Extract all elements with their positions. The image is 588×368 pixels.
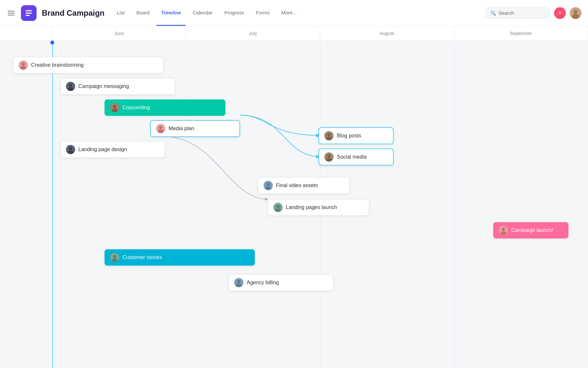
svg-point-13 [113,105,116,108]
task-label-landing-page-design: Landing page design [78,147,127,152]
month-header: June July August September [0,26,588,41]
app-icon [21,5,37,21]
month-june: June [52,26,186,40]
task-avatar-media-plan [156,124,165,133]
task-label-media-plan: Media plan [169,126,194,131]
month-july: July [186,26,320,40]
svg-point-19 [69,147,72,150]
month-september: September [454,26,588,40]
svg-point-25 [327,154,331,158]
task-blog-posts[interactable]: Blog posts [318,127,394,144]
task-landing-page-design[interactable]: Landing page design [60,141,165,158]
grid-line-1 [186,41,187,368]
app-header: Brand Campaign List Board Timeline Calen… [0,0,588,26]
add-button[interactable]: + [554,7,566,19]
task-avatar-blog-posts [324,131,334,140]
svg-point-40 [237,280,240,283]
nav-tabs: List Board Timeline Calendar Progress Fo… [112,0,301,26]
task-label-final-video: Final video assets [276,183,318,188]
svg-rect-0 [25,10,32,11]
task-avatar-customer [110,253,119,262]
sidebar-line [52,41,53,368]
task-avatar-creative [19,61,28,70]
timeline-wrapper: June July August September [0,26,588,368]
task-label-agency-billing: Agency billing [247,280,279,286]
grid-line-3 [454,41,454,368]
task-copywriting[interactable]: Copywriting [105,99,225,116]
task-agency-billing[interactable]: Agency billing [229,274,333,291]
task-avatar-copywriting [110,103,119,112]
search-label: Search [498,10,514,16]
tab-progress[interactable]: Progress [220,0,249,26]
svg-point-5 [572,14,579,19]
svg-point-10 [69,84,72,87]
header-right: 🔍 Search + [485,7,581,19]
task-label-social-media: Social media [337,154,367,160]
svg-rect-1 [25,12,32,13]
month-august: August [320,26,454,40]
task-avatar-social-media [324,152,334,162]
svg-point-22 [327,133,331,136]
task-avatar-agency [234,278,243,287]
task-campaign-launch[interactable]: Campaign launch! [493,222,568,238]
task-label-customer-stories: Customer stories [122,254,162,260]
svg-point-31 [276,205,280,208]
search-icon: 🔍 [490,10,496,16]
task-creative-brainstorming[interactable]: Creative brainstorming [13,57,163,73]
svg-point-4 [574,10,578,14]
task-social-media[interactable]: Social media [318,149,394,166]
task-media-plan[interactable]: Media plan [150,120,240,137]
task-final-video-assets[interactable]: Final video assets [258,177,350,194]
task-avatar-video [264,181,273,190]
task-avatar-launch [273,203,283,212]
task-label-landing-pages-launch: Landing pages launch [286,204,337,210]
hamburger-menu[interactable] [7,9,16,17]
tab-list[interactable]: List [112,0,129,26]
task-avatar-landing-design [66,145,75,154]
tab-more[interactable]: More... [277,0,301,26]
svg-point-16 [159,126,162,129]
svg-point-7 [22,62,25,66]
timeline-dot [50,41,54,44]
tab-board[interactable]: Board [132,0,154,26]
svg-point-34 [502,228,505,231]
svg-point-37 [113,255,116,258]
tab-forms[interactable]: Forms [251,0,274,26]
svg-point-28 [267,183,270,186]
task-label-copywriting: Copywriting [122,105,150,111]
task-avatar-messaging [66,82,75,91]
task-label-blog-posts: Blog posts [337,133,361,139]
task-customer-stories[interactable]: Customer stories [105,249,255,266]
task-label-campaign-launch: Campaign launch! [511,227,553,233]
search-box[interactable]: 🔍 Search [485,7,550,19]
timeline-content: Creative brainstorming Campaign messagin… [0,41,588,368]
project-title: Brand Campaign [42,9,105,18]
task-campaign-messaging[interactable]: Campaign messaging [60,78,175,95]
task-label-creative-brainstorming: Creative brainstorming [31,62,84,68]
svg-rect-2 [25,15,30,16]
tab-calendar[interactable]: Calendar [188,0,217,26]
user-avatar[interactable] [570,7,581,19]
task-landing-pages-launch[interactable]: Landing pages launch [268,199,369,216]
tab-timeline[interactable]: Timeline [156,0,186,26]
task-label-campaign-messaging: Campaign messaging [78,83,129,89]
task-avatar-campaign-launch [499,226,508,235]
